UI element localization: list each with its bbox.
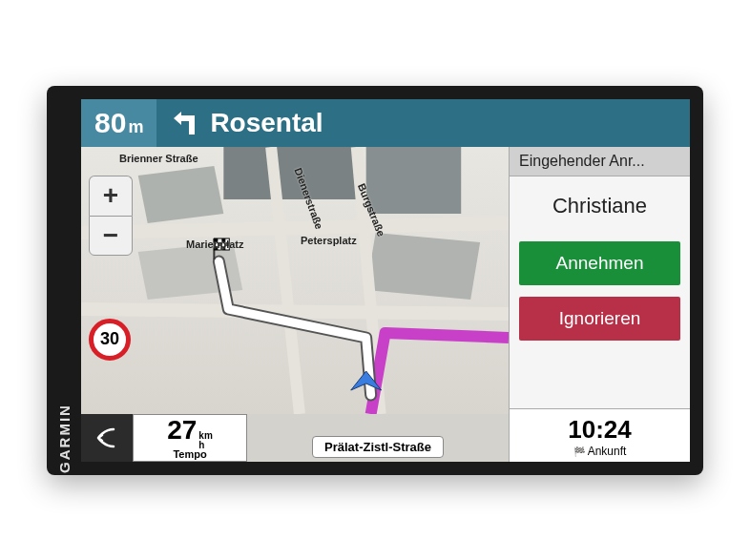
zoom-in-button[interactable]: +: [89, 176, 133, 216]
current-street-box: Prälat-Zistl-Straße: [247, 414, 509, 462]
speed-value: 27: [167, 415, 197, 446]
speed-box[interactable]: 27 km h Tempo: [133, 414, 247, 462]
call-header: Eingehender Anr...: [510, 147, 690, 176]
device-bezel: GARMIN: [47, 86, 81, 475]
zoom-out-button[interactable]: −: [89, 216, 133, 256]
speed-label: Tempo: [173, 448, 206, 460]
distance-unit: m: [128, 117, 143, 137]
accept-call-button[interactable]: Annehmen: [519, 241, 680, 285]
street-label: Marienplatz: [186, 239, 244, 250]
ignore-call-button[interactable]: Ignorieren: [519, 297, 680, 341]
zoom-controls: + −: [89, 176, 133, 256]
flag-icon: 🏁: [573, 446, 585, 457]
incoming-call-panel: Eingehender Anr... Christiane Annehmen I…: [509, 147, 690, 462]
map-canvas: [81, 147, 509, 414]
speed-limit-sign: 30: [89, 319, 131, 361]
street-label: Petersplatz: [301, 235, 357, 246]
turn-left-icon: [170, 108, 200, 138]
svg-rect-0: [223, 147, 356, 199]
current-street-name[interactable]: Prälat-Zistl-Straße: [312, 436, 444, 458]
map-view[interactable]: Brienner Straße Dienerstraße Burgstraße …: [81, 147, 509, 414]
svg-marker-3: [366, 233, 480, 300]
brand-label: GARMIN: [56, 404, 73, 473]
svg-rect-1: [366, 147, 462, 214]
direction-bar[interactable]: 80 m Rosental: [81, 99, 690, 147]
street-label: Brienner Straße: [119, 153, 198, 164]
next-street-name: Rosental: [210, 108, 323, 138]
arrival-time: 10:24: [510, 415, 690, 445]
back-arrow-icon: [94, 425, 119, 450]
gps-device: GARMIN 80 m Rosental: [47, 86, 703, 475]
distance-box: 80 m: [81, 99, 156, 147]
arrival-label: 🏁Ankunft: [510, 445, 690, 458]
bottom-bar: 27 km h Tempo Prälat-Zistl-Straße: [81, 414, 509, 462]
caller-name: Christiane: [510, 176, 690, 236]
svg-marker-2: [138, 166, 224, 223]
screen: 80 m Rosental: [81, 99, 690, 462]
back-button[interactable]: [81, 414, 133, 462]
arrival-box[interactable]: 10:24 🏁Ankunft: [510, 408, 690, 462]
distance-value: 80: [94, 99, 126, 147]
